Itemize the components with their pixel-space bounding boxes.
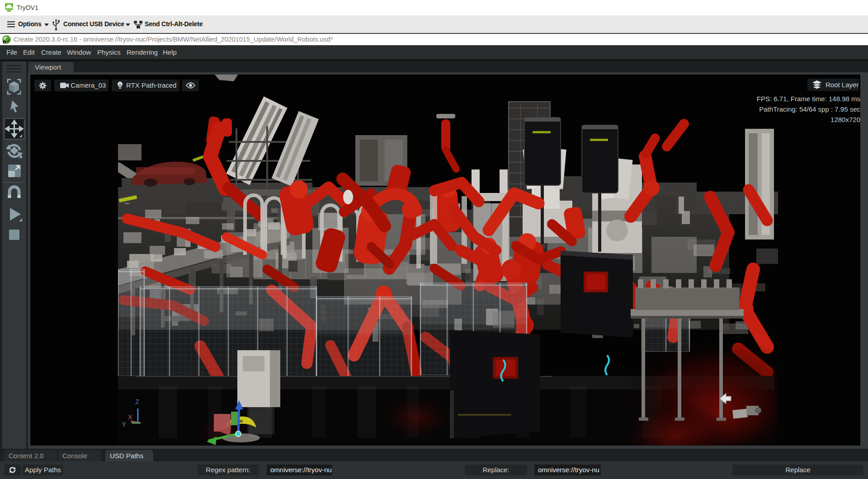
svg-text:Y: Y bbox=[122, 420, 126, 428]
svg-text:X: X bbox=[128, 413, 132, 421]
svg-text:Z: Z bbox=[135, 398, 139, 405]
svg-text:x: x bbox=[4, 41, 5, 43]
